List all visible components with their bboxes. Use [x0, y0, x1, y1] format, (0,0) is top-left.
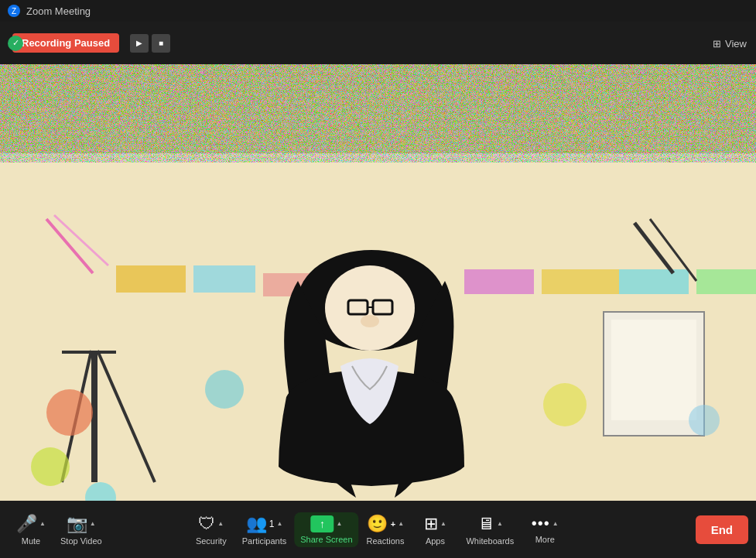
recording-stop-button[interactable]: ■	[152, 34, 170, 53]
recording-play-button[interactable]: ▶	[130, 34, 149, 53]
view-button[interactable]: ⊞ View	[713, 37, 747, 49]
security-button[interactable]: 🛡 ▲ Security	[188, 511, 234, 549]
share-screen-arrow-icon: ↑	[320, 518, 325, 530]
whiteboards-label: Whiteboards	[466, 536, 514, 546]
video-feed	[0, 64, 756, 522]
security-label: Security	[196, 536, 227, 546]
svg-rect-13	[611, 320, 696, 420]
grid-icon: ⊞	[713, 37, 721, 49]
app-title: Zoom Meeting	[26, 5, 91, 17]
share-screen-button[interactable]: ↑ ▲ Share Screen	[294, 512, 358, 547]
reactions-plus-icon: +	[391, 519, 395, 529]
more-chevron: ▲	[552, 520, 559, 527]
apps-button[interactable]: ⊞ ▲ Apps	[412, 511, 458, 549]
apps-label: Apps	[426, 536, 445, 546]
svg-rect-8	[464, 269, 534, 294]
participants-label: Participants	[242, 536, 286, 546]
title-bar: Z Zoom Meeting	[0, 0, 756, 22]
app-icon: Z	[8, 5, 20, 17]
share-screen-icon-bg: ↑	[310, 515, 334, 532]
stop-video-label: Stop Video	[60, 536, 102, 546]
participant-count: 1	[269, 519, 275, 529]
svg-point-28	[543, 383, 587, 426]
mute-button[interactable]: 🎤 ▲ Mute	[8, 511, 54, 549]
apps-chevron: ▲	[440, 520, 446, 527]
video-chevron: ▲	[90, 520, 96, 527]
camera-icon: 📷	[67, 514, 87, 534]
share-chevron: ▲	[336, 520, 342, 527]
toolbar: 🎤 ▲ Mute 📷 ▲ Stop Video 🛡 ▲ Security 👥	[0, 501, 756, 558]
share-screen-label: Share Screen	[300, 535, 352, 544]
stop-video-button[interactable]: 📷 ▲ Stop Video	[54, 511, 108, 549]
more-dots-icon: •••	[532, 515, 550, 532]
svg-rect-5	[116, 265, 186, 293]
svg-rect-15	[62, 351, 116, 354]
whiteboards-icon: 🖥	[477, 514, 494, 534]
more-label: More	[535, 535, 555, 544]
svg-rect-11	[696, 269, 756, 294]
recording-controls: ▶ ■	[130, 34, 170, 53]
more-button[interactable]: ••• ▲ More	[522, 512, 568, 547]
participants-button[interactable]: 👥 1 ▲ Participants	[236, 511, 292, 549]
microphone-icon: 🎤	[16, 514, 37, 534]
svg-rect-9	[542, 269, 619, 294]
reactions-icon: 🙂	[367, 514, 388, 534]
top-bar: ✓ Recording Paused ▶ ■ ⊞ View	[0, 22, 756, 64]
svg-point-29	[689, 405, 720, 436]
video-area: Ms. Sessa	[0, 64, 756, 522]
reactions-label: Reactions	[367, 536, 405, 546]
toolbar-center: 🛡 ▲ Security 👥 1 ▲ Participants ↑ ▲ Shar…	[188, 511, 568, 549]
participants-chevron: ▲	[276, 520, 282, 527]
reactions-button[interactable]: 🙂 + ▲ Reactions	[361, 511, 411, 549]
svg-rect-6	[193, 265, 255, 293]
end-button[interactable]: End	[696, 515, 748, 544]
svg-point-23	[361, 315, 379, 327]
security-icon: 🛡	[198, 514, 215, 534]
svg-point-27	[205, 370, 244, 409]
svg-rect-10	[619, 269, 689, 294]
mute-label: Mute	[22, 536, 40, 546]
recording-paused-badge: Recording Paused	[12, 33, 119, 53]
svg-point-24	[46, 389, 93, 436]
mute-chevron: ▲	[39, 520, 46, 527]
svg-rect-34	[0, 64, 756, 153]
participants-icon: 👥	[246, 514, 267, 534]
shield-verified-icon: ✓	[8, 36, 23, 51]
toolbar-left: 🎤 ▲ Mute 📷 ▲ Stop Video	[8, 511, 108, 549]
whiteboards-button[interactable]: 🖥 ▲ Whiteboards	[460, 511, 520, 549]
apps-icon: ⊞	[424, 514, 438, 534]
whiteboards-chevron: ▲	[497, 520, 503, 527]
security-chevron: ▲	[217, 520, 224, 527]
toolbar-right: End	[696, 515, 748, 544]
reactions-chevron: ▲	[398, 520, 404, 527]
svg-point-25	[31, 447, 70, 486]
